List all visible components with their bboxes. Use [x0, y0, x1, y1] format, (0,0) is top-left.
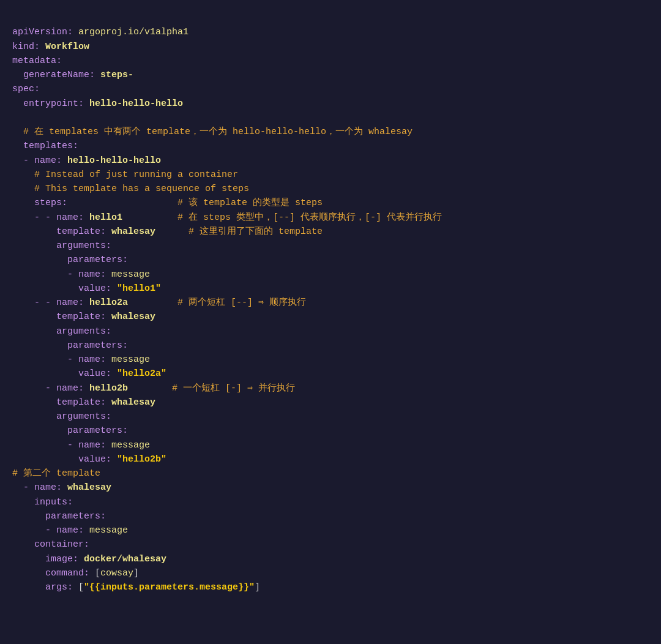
code-line: # This template has a sequence of steps [12, 182, 649, 196]
code-line: parameters: [12, 509, 649, 523]
code-editor: apiVersion: argoproj.io/v1alpha1kind: Wo… [12, 11, 649, 594]
code-line: - name: message [12, 268, 649, 282]
code-line: template: whalesay # 这里引用了下面的 template [12, 225, 649, 239]
code-line: value: "hello2a" [12, 367, 649, 381]
code-line: # 在 templates 中有两个 template，一个为 hello-he… [12, 125, 649, 139]
code-line: entrypoint: hello-hello-hello [12, 97, 649, 111]
code-line: template: whalesay [12, 310, 649, 324]
code-line: parameters: [12, 339, 649, 353]
code-line: template: whalesay [12, 395, 649, 410]
code-line: steps: # 该 template 的类型是 steps [12, 196, 649, 210]
code-line: # Instead of just running a container [12, 168, 649, 182]
code-line [12, 111, 649, 125]
code-line: command: [cowsay] [12, 566, 649, 580]
code-line: - - name: hello1 # 在 steps 类型中，[--] 代表顺序… [12, 211, 649, 225]
code-line: inputs: [12, 495, 649, 509]
code-line: - - name: hello2a # 两个短杠 [--] ⇒ 顺序执行 [12, 296, 649, 310]
code-line: value: "hello1" [12, 282, 649, 296]
code-line: args: ["{{inputs.parameters.message}}"] [12, 580, 649, 594]
code-line: value: "hello2b" [12, 452, 649, 466]
code-line: - name: whalesay [12, 481, 649, 495]
code-line: parameters: [12, 424, 649, 438]
code-line: parameters: [12, 253, 649, 267]
code-line: arguments: [12, 239, 649, 253]
code-line: - name: hello-hello-hello [12, 154, 649, 168]
code-line: arguments: [12, 324, 649, 339]
code-line: metadata: [12, 54, 649, 68]
code-line: generateName: steps- [12, 68, 649, 82]
code-line: - name: message [12, 523, 649, 537]
code-line: - name: hello2b # 一个短杠 [-] ⇒ 并行执行 [12, 381, 649, 395]
code-line: image: docker/whalesay [12, 552, 649, 566]
code-line: kind: Workflow [12, 40, 649, 54]
code-line: apiVersion: argoproj.io/v1alpha1 [12, 25, 649, 39]
code-line: # 第二个 template [12, 466, 649, 481]
code-line: container: [12, 537, 649, 552]
code-line: templates: [12, 139, 649, 153]
code-line: spec: [12, 82, 649, 96]
code-line: - name: message [12, 353, 649, 367]
code-line: arguments: [12, 410, 649, 424]
code-line: - name: message [12, 438, 649, 452]
